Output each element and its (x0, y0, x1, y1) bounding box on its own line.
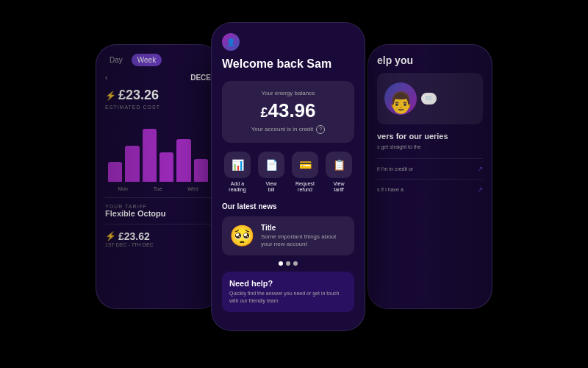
news-desc: Some important things about your new acc… (261, 233, 347, 249)
add-reading-icon: 📊 (224, 152, 251, 178)
avatar-circle: 👨 (384, 82, 417, 115)
user-avatar: 👤 (222, 33, 240, 51)
month-label: DECE (190, 74, 211, 82)
phone-left: Day Week ‹ DECE ⚡ £23.26 ESTIMATED COST (96, 44, 220, 309)
month-nav: ‹ DECE (105, 74, 211, 82)
news-card[interactable]: 🥺 Title Some important things about your… (222, 216, 354, 256)
credit-text: Your account is in credit (251, 126, 314, 132)
carousel-dots (222, 261, 354, 266)
info-icon[interactable]: ? (316, 125, 325, 134)
dot-1[interactable] (279, 261, 283, 266)
view-bill-button[interactable]: 📄 Viewbill (256, 152, 287, 194)
scene: Day Week ‹ DECE ⚡ £23.26 ESTIMATED COST (0, 0, 588, 368)
add-reading-label: Add areading (229, 181, 245, 194)
phone-right: elp you 👨 ✉️ vers for our ueries s get s… (368, 44, 492, 309)
bar-6 (194, 159, 208, 183)
cost-label: ESTIMATED COST (105, 105, 211, 110)
label-wed: Wed (187, 186, 198, 191)
view-tariff-icon: 📋 (326, 152, 352, 178)
lightning-icon: ⚡ (105, 91, 116, 101)
phone-center: 👤 Welcome back Sam Your energy balance £… (211, 22, 365, 331)
right-avatar-card: 👨 ✉️ (377, 73, 483, 124)
help-card[interactable]: Need help? Quickly find the answer you n… (222, 272, 354, 312)
tariff-label: YOUR TARIFF (105, 204, 211, 209)
bottom-cost: ⚡ £23.62 1ST DEC - 7TH DEC (105, 224, 211, 247)
tab-week[interactable]: Week (132, 54, 162, 66)
bar-5 (176, 139, 190, 183)
news-title: Title (261, 224, 347, 232)
bar-chart (105, 116, 211, 182)
message-bubbles: ✉️ (421, 93, 437, 105)
request-refund-icon: 💳 (292, 152, 318, 178)
right-subtitle: vers for our ueries (377, 132, 483, 141)
credit-row: Your account is in credit ? (231, 125, 345, 134)
news-section-label: Our latest news (222, 202, 354, 210)
bar-3 (143, 129, 157, 182)
bar-4 (159, 152, 173, 183)
energy-card: Your energy balance £43.96 Your account … (222, 81, 354, 143)
dot-2[interactable] (286, 261, 290, 266)
help-desc: Quickly find the answer you need or get … (229, 290, 347, 305)
bottom-cost-date: 1ST DEC - 7TH DEC (105, 242, 211, 247)
tariff-name: Flexible Octopu (105, 209, 211, 218)
right-link-2-text: s if I have a (377, 186, 404, 194)
right-link-1-text: if I'm in credit or (377, 166, 413, 173)
view-tariff-button[interactable]: 📋 Viewtariff (323, 152, 354, 194)
lightning-icon-2: ⚡ (105, 231, 116, 241)
view-bill-label: Viewbill (265, 181, 276, 194)
right-title: elp you (377, 54, 483, 67)
tariff-section: YOUR TARIFF Flexible Octopu (105, 197, 211, 218)
add-reading-button[interactable]: 📊 Add areading (222, 152, 253, 194)
msg-bubble-1: ✉️ (421, 93, 437, 105)
right-link-2[interactable]: s if I have a ↗ (377, 179, 483, 194)
cost-amount: ⚡ £23.26 (105, 88, 211, 103)
tab-day[interactable]: Day (105, 54, 127, 66)
label-mon: Mon (118, 186, 128, 191)
dot-3[interactable] (293, 261, 298, 266)
request-refund-button[interactable]: 💳 Requestrefund (290, 152, 320, 194)
energy-balance-label: Your energy balance (231, 90, 345, 96)
tab-row: Day Week (105, 54, 211, 66)
link-arrow-1: ↗ (477, 165, 483, 173)
news-emoji: 🥺 (229, 224, 255, 248)
right-desc: s get straight to the (377, 144, 483, 151)
chart-labels: Mon Tue Wed (105, 186, 211, 191)
action-buttons: 📊 Add areading 📄 Viewbill 💳 Requestrefun… (222, 152, 354, 194)
prev-chevron[interactable]: ‹ (105, 74, 107, 82)
right-link-1[interactable]: if I'm in credit or ↗ (377, 158, 483, 173)
label-tue: Tue (154, 186, 162, 191)
view-tariff-label: Viewtariff (333, 181, 344, 194)
welcome-text: Welcome back Sam (222, 57, 354, 72)
view-bill-icon: 📄 (258, 152, 284, 178)
energy-amount: £43.96 (231, 99, 345, 122)
bottom-cost-amount: £23.62 (118, 230, 150, 242)
request-refund-label: Requestrefund (295, 181, 315, 194)
link-arrow-2: ↗ (477, 185, 483, 194)
cost-display: ⚡ £23.26 ESTIMATED COST (105, 88, 211, 110)
help-title: Need help? (229, 279, 347, 288)
bar-2 (125, 146, 139, 183)
bar-1 (108, 162, 122, 182)
news-content: Title Some important things about your n… (261, 224, 347, 249)
